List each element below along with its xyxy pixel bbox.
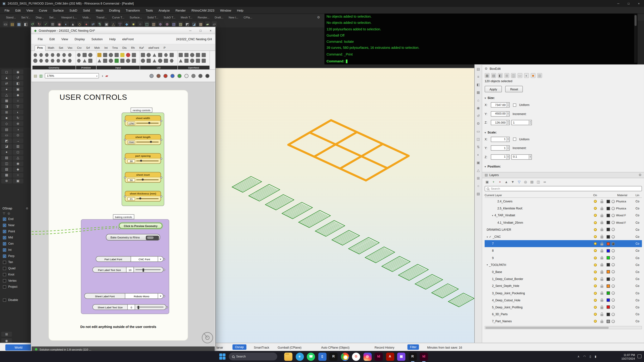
tray-icon-2[interactable]: ▯ xyxy=(590,355,591,358)
gh-slider-sheet-label-text-size[interactable]: Sheet Label Text Size0 xyxy=(92,304,166,310)
boxedit-tool-icon-3[interactable]: ◧ xyxy=(498,73,502,78)
palette-component-icon[interactable] xyxy=(132,59,136,63)
slider-handle[interactable] xyxy=(140,160,142,162)
layer-color-swatch[interactable] xyxy=(606,242,610,246)
menu-file[interactable]: File xyxy=(2,8,12,12)
material-sphere-icon[interactable] xyxy=(612,284,615,288)
sidebar-tool-icon-23[interactable]: ▭ xyxy=(1,132,12,137)
toolbar-icon-17[interactable]: △ xyxy=(110,21,116,27)
sidebar-tool-icon-31[interactable]: ▨ xyxy=(1,155,12,160)
gh-maximize-button[interactable]: □ xyxy=(200,28,202,32)
gh-display-icon-1[interactable] xyxy=(150,74,154,78)
sidebar-tool-icon-20[interactable]: ⊕ xyxy=(12,121,23,126)
palette-component-icon[interactable] xyxy=(184,59,188,63)
gh-tab-set[interactable]: Set xyxy=(56,46,66,50)
status-toggle-filter[interactable]: Filter xyxy=(408,345,419,350)
apply-button[interactable]: Apply xyxy=(485,86,502,92)
boxedit-input-scale-z[interactable]: 1▴▾ xyxy=(491,154,510,160)
sidebar-tool-icon-27[interactable]: ◪ xyxy=(1,144,12,149)
palette-component-icon[interactable] xyxy=(158,53,162,57)
uniform-checkbox[interactable] xyxy=(513,103,516,107)
layer-on-bulb-icon[interactable] xyxy=(594,200,596,203)
layers-tool-icon-9[interactable]: ◫ xyxy=(536,179,541,184)
osnap-filter-icon-1[interactable]: ▽ xyxy=(3,212,5,215)
panel-tab-icon-16[interactable]: ○ xyxy=(476,183,481,189)
material-sphere-icon[interactable] xyxy=(612,228,615,231)
command-prompt[interactable]: Command: xyxy=(326,59,347,63)
toggle-knob[interactable] xyxy=(147,236,154,239)
spinner[interactable]: ▴▾ xyxy=(528,155,532,159)
layer-expand-icon[interactable]: ▾ xyxy=(487,235,488,238)
menu-subd[interactable]: SubD xyxy=(66,8,80,12)
palette-component-icon[interactable] xyxy=(196,53,200,57)
taskbar-icon-file-explorer[interactable] xyxy=(284,353,292,361)
osnap-checkbox-vertex[interactable] xyxy=(3,279,6,282)
boxedit-input-size-x[interactable]: 7347.00▴▾ xyxy=(491,102,510,108)
panel-tab-icon-4[interactable]: ▦ xyxy=(476,89,481,95)
layer-lock-icon[interactable] xyxy=(600,215,603,217)
gh-dropdown-sheet-label-font[interactable]: Sheet Label FontRoboto Mono▼ xyxy=(84,293,164,299)
palette-component-icon[interactable] xyxy=(45,53,49,57)
gh-tab-crv[interactable]: Crv xyxy=(75,46,84,50)
taskbar-icon-photos[interactable]: ▣ xyxy=(397,353,406,361)
panel-tab-icon-15[interactable]: ⊞ xyxy=(476,175,481,181)
menu-tools[interactable]: Tools xyxy=(143,8,156,12)
layer-lock-icon[interactable] xyxy=(600,314,603,316)
toolbar-tab-stand[interactable]: Stand... xyxy=(3,16,18,18)
gh-menu-view[interactable]: View xyxy=(58,37,71,41)
boxedit-tool-icon-6[interactable]: ▭ xyxy=(518,73,522,78)
layer-lock-icon[interactable] xyxy=(600,250,603,253)
osnap-item-vertex[interactable]: Vertex xyxy=(0,278,31,284)
layer-row-0-base[interactable]: 0_BaseCo xyxy=(485,269,642,276)
taskbar-icon-rhino[interactable]: R xyxy=(330,353,338,361)
palette-component-icon[interactable] xyxy=(68,53,72,57)
status-toggle-gumball-cplane[interactable]: Gumball (CPlane) xyxy=(278,343,302,352)
layer-on-bulb-icon[interactable] xyxy=(594,242,596,245)
toolbar-tab-draft[interactable]: Draft... xyxy=(212,16,226,18)
layer-color-swatch[interactable] xyxy=(606,200,610,203)
toolbar-icon-23[interactable]: ▥ xyxy=(151,21,156,27)
gh-menu-elefront[interactable]: eleFront xyxy=(119,37,137,41)
toolbar-tab-cpla[interactable]: CPla... xyxy=(241,16,255,18)
notification-icon[interactable] xyxy=(638,354,642,358)
layer-row-7[interactable]: 7Co xyxy=(485,240,642,247)
sidebar-tool-icon-11[interactable]: ▦ xyxy=(1,98,12,103)
gh-display-icon-6[interactable] xyxy=(184,74,188,78)
spinner[interactable]: ▴▾ xyxy=(506,103,509,107)
layer-on-bulb-icon[interactable] xyxy=(594,256,596,259)
menu-surface[interactable]: Surface xyxy=(50,8,66,12)
layers-tool-icon-4[interactable]: ▲ xyxy=(504,179,509,184)
status-toggle-record-history[interactable]: Record History xyxy=(374,343,394,352)
layer-lock-icon[interactable] xyxy=(600,279,603,281)
grasshopper-titlebar[interactable]: ◆ Grasshopper - 241022_CNC Nesting GH* ─… xyxy=(31,27,215,34)
status-toggle-minutes-from-last-save-16[interactable]: Minutes from last save: 16 xyxy=(427,343,462,352)
palette-component-icon[interactable] xyxy=(141,53,145,57)
sidebar-tool-icon-38[interactable]: ○ xyxy=(12,173,23,178)
minimize-button[interactable]: ─ xyxy=(613,0,623,7)
gh-display-icon-9[interactable] xyxy=(205,74,209,78)
taskbar-clock[interactable]: 11:07 PM 10/27/2024 xyxy=(615,353,635,360)
boxedit-tool-icon-9[interactable]: ▥ xyxy=(537,73,542,78)
layer-color-swatch[interactable] xyxy=(606,235,610,238)
boxedit-input-scale-x[interactable]: 1▴▾ xyxy=(491,137,510,142)
toolbar-icon-20[interactable]: ■ xyxy=(131,21,136,27)
layer-color-swatch[interactable] xyxy=(606,277,610,281)
gh-dropdown-part-label-font[interactable]: Part Label FontCNC Font▼ xyxy=(96,256,164,262)
boxedit-tool-icon-1[interactable]: ▦ xyxy=(485,73,490,78)
boxedit-input-size-z[interactable]: 126.000▴▾ xyxy=(491,120,510,125)
toolbar-icon-4[interactable]: ◧ xyxy=(23,21,28,27)
gh-menu-edit[interactable]: Edit xyxy=(46,37,58,41)
toolbar-icon-22[interactable]: ◫ xyxy=(144,21,150,27)
panel-tab-icon-10[interactable]: ◫ xyxy=(476,136,481,142)
taskbar-icon-acrobat[interactable]: A xyxy=(386,353,394,361)
layer-lock-icon[interactable] xyxy=(600,286,603,288)
layer-lock-icon[interactable] xyxy=(600,307,603,309)
toolbar-tab-transf[interactable]: Transf... xyxy=(94,16,109,18)
toolbar-icon-2[interactable]: ▤ xyxy=(10,21,15,27)
osnap-item-quad[interactable]: Quad xyxy=(0,265,31,272)
gh-tab-int[interactable]: Int xyxy=(102,46,110,50)
gh-tab-prm[interactable]: Prm xyxy=(34,45,46,51)
toolbar-tab-new-i[interactable]: New i... xyxy=(226,16,241,18)
toolbar-icon-24[interactable]: ⊕ xyxy=(158,21,163,27)
palette-component-icon[interactable] xyxy=(68,59,72,63)
